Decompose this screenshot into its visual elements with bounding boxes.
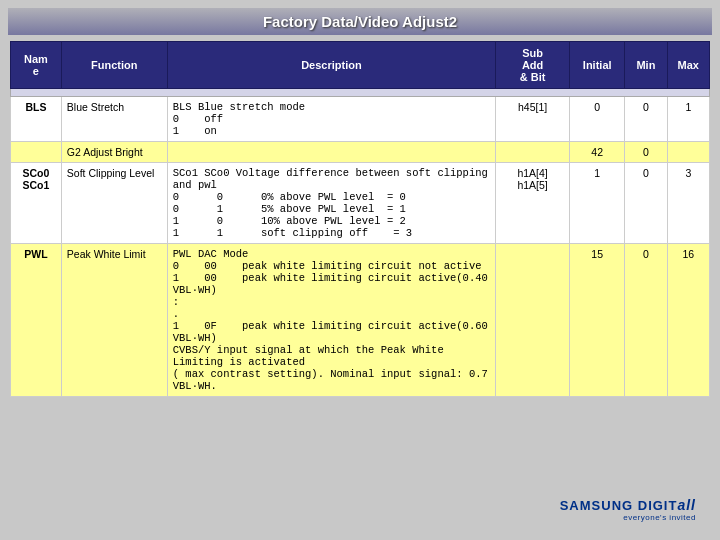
- col-header-initial: Initial: [570, 42, 625, 89]
- col-header-max: Max: [667, 42, 709, 89]
- subheader-row: [11, 89, 710, 97]
- col-header-function: Function: [61, 42, 167, 89]
- page-title: Factory Data/Video Adjust2: [263, 13, 457, 30]
- samsung-tagline: everyone's invited: [623, 513, 696, 522]
- cell-name-g2: [11, 142, 62, 163]
- cell-max-g2: [667, 142, 709, 163]
- table-row-pwl: PWL Peak White Limit PWL DAC Mode 0 00 p…: [11, 244, 710, 397]
- table-row-g2: G2 Adjust Bright 42 0: [11, 142, 710, 163]
- samsung-brand: SAMSUNG DIGITall: [560, 497, 696, 513]
- cell-subaddr-sco: h1A[4] h1A[5]: [496, 163, 570, 244]
- cell-min-pwl: 0: [625, 244, 667, 397]
- col-header-subaddr: SubAdd& Bit: [496, 42, 570, 89]
- table-row-sco: SCo0 SCo1 Soft Clipping Level SCo1 SCo0 …: [11, 163, 710, 244]
- samsung-logo: SAMSUNG DIGITall everyone's invited: [0, 491, 696, 522]
- cell-desc-pwl: PWL DAC Mode 0 00 peak white limiting ci…: [167, 244, 495, 397]
- cell-subaddr-bls: h45[1]: [496, 97, 570, 142]
- col-header-name: Name: [11, 42, 62, 89]
- cell-desc-bls: BLS Blue stretch mode 0 off 1 on: [167, 97, 495, 142]
- table-row-bls: BLS Blue Stretch BLS Blue stretch mode 0…: [11, 97, 710, 142]
- cell-function-sco: Soft Clipping Level: [61, 163, 167, 244]
- col-header-description: Description: [167, 42, 495, 89]
- cell-function-pwl: Peak White Limit: [61, 244, 167, 397]
- cell-desc-sco: SCo1 SCo0 Voltage difference between sof…: [167, 163, 495, 244]
- cell-name-sco: SCo0 SCo1: [11, 163, 62, 244]
- subheader-spacer: [11, 89, 710, 97]
- page-wrapper: Factory Data/Video Adjust2 Name Function…: [0, 0, 720, 540]
- cell-initial-bls: 0: [570, 97, 625, 142]
- cell-max-bls: 1: [667, 97, 709, 142]
- cell-function-g2: G2 Adjust Bright: [61, 142, 167, 163]
- cell-min-g2: 0: [625, 142, 667, 163]
- cell-name-pwl: PWL: [11, 244, 62, 397]
- cell-max-pwl: 16: [667, 244, 709, 397]
- table-header-row: Name Function Description SubAdd& Bit In…: [11, 42, 710, 89]
- cell-min-sco: 0: [625, 163, 667, 244]
- cell-initial-sco: 1: [570, 163, 625, 244]
- cell-max-sco: 3: [667, 163, 709, 244]
- cell-min-bls: 0: [625, 97, 667, 142]
- col-header-min: Min: [625, 42, 667, 89]
- cell-function-bls: Blue Stretch: [61, 97, 167, 142]
- main-table: Name Function Description SubAdd& Bit In…: [10, 41, 710, 397]
- cell-subaddr-pwl: [496, 244, 570, 397]
- cell-desc-g2: [167, 142, 495, 163]
- cell-subaddr-g2: [496, 142, 570, 163]
- cell-initial-g2: 42: [570, 142, 625, 163]
- cell-initial-pwl: 15: [570, 244, 625, 397]
- title-bar: Factory Data/Video Adjust2: [8, 8, 712, 35]
- cell-name-bls: BLS: [11, 97, 62, 142]
